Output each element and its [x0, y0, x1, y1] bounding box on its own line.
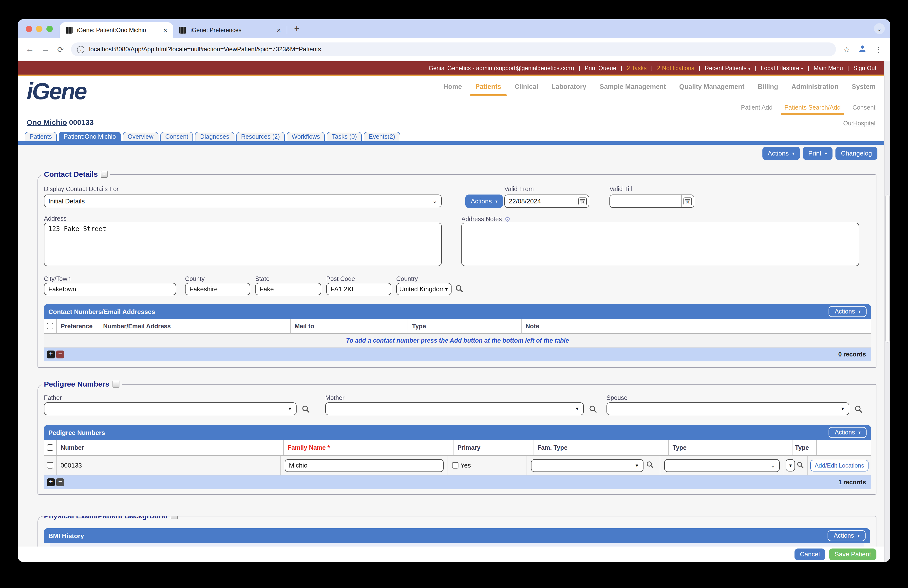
subnav-patient-add[interactable]: Patient Add [741, 104, 773, 111]
bmi-actions-button[interactable]: Actions▾ [828, 530, 866, 541]
site-info-icon[interactable]: i [77, 46, 85, 53]
address-textarea[interactable]: 123 Fake Street [44, 223, 442, 266]
nav-clinical[interactable]: Clinical [514, 83, 538, 90]
select-all-checkbox[interactable] [47, 444, 53, 451]
calendar-button[interactable]: 31 [576, 195, 589, 207]
post-code-input[interactable] [326, 283, 391, 295]
valid-till-input[interactable]: 31 [609, 195, 694, 208]
actions-button[interactable]: Actions▾ [762, 147, 800, 160]
type-select[interactable]: ⌄ [665, 459, 780, 472]
cancel-button[interactable]: Cancel [794, 548, 825, 560]
state-label: State [255, 275, 269, 282]
country-select[interactable]: United Kingdom▼ [396, 283, 452, 295]
fam-type-search-icon[interactable] [646, 461, 654, 470]
changelog-button[interactable]: Changelog [836, 147, 877, 160]
nav-home[interactable]: Home [443, 83, 462, 90]
type2-select[interactable]: ▼ [786, 459, 795, 472]
tab-overview[interactable]: Overview [123, 132, 158, 141]
collapse-section-button[interactable]: − [101, 171, 108, 177]
collapse-section-button[interactable]: − [112, 380, 119, 387]
remove-row-button[interactable]: − [56, 351, 64, 358]
reload-icon[interactable]: ⟳ [57, 45, 64, 54]
tab-patients[interactable]: Patients [25, 132, 57, 141]
address-bar[interactable]: i localhost:8080/App/App.html?locale=nul… [71, 42, 836, 56]
notifications-link[interactable]: 2 Notifications [657, 64, 694, 71]
contact-table-actions-button[interactable]: Actions▾ [829, 306, 866, 317]
type2-search-icon[interactable] [797, 461, 804, 470]
tab-search-chevron-icon[interactable]: ⌄ [874, 23, 885, 34]
county-input[interactable] [185, 283, 250, 295]
close-tab-icon[interactable]: × [277, 26, 281, 34]
main-menu-link[interactable]: Main Menu [814, 64, 843, 71]
address-notes-textarea[interactable] [461, 223, 859, 266]
select-all-checkbox[interactable] [47, 323, 53, 329]
father-select[interactable]: ▼ [44, 403, 296, 415]
minimize-window-button[interactable] [36, 26, 42, 32]
father-search-icon[interactable] [301, 405, 310, 415]
mother-select[interactable]: ▼ [325, 403, 584, 415]
forward-icon[interactable]: → [42, 44, 50, 54]
bookmark-star-icon[interactable]: ☆ [843, 45, 850, 54]
city-town-input[interactable] [44, 283, 176, 295]
spouse-select[interactable]: ▼ [607, 403, 849, 415]
add-row-button[interactable]: + [47, 351, 55, 358]
back-icon[interactable]: ← [26, 44, 34, 54]
profile-icon[interactable] [858, 44, 867, 55]
nav-administration[interactable]: Administration [791, 83, 839, 90]
contact-actions-button[interactable]: Actions▾ [465, 195, 503, 208]
patient-name-link[interactable]: Ono Michio [27, 118, 67, 126]
row-checkbox[interactable] [47, 462, 53, 469]
tab-tasks[interactable]: Tasks (0) [327, 132, 362, 141]
new-tab-button[interactable]: + [294, 24, 299, 34]
sign-out-link[interactable]: Sign Out [853, 64, 876, 71]
browser-tab-patient[interactable]: iGene: Patient:Ono Michio × [60, 22, 173, 38]
add-row-button[interactable]: + [47, 478, 55, 486]
recent-patients-menu[interactable]: Recent Patients ▾ [705, 64, 750, 71]
local-filestore-menu[interactable]: Local Filestore ▾ [761, 64, 803, 71]
save-patient-button[interactable]: Save Patient [829, 548, 876, 560]
spouse-search-icon[interactable] [854, 405, 863, 415]
tab-resources[interactable]: Resources (2) [236, 132, 285, 141]
print-button[interactable]: Print▾ [803, 147, 833, 160]
state-input[interactable] [255, 283, 321, 295]
nav-system[interactable]: System [852, 83, 876, 90]
browser-menu-icon[interactable]: ⋮ [874, 45, 882, 54]
print-queue-link[interactable]: Print Queue [585, 64, 617, 71]
scrollbar-thumb[interactable] [885, 195, 890, 343]
add-edit-locations-button[interactable]: Add/Edit Locations [810, 459, 869, 471]
nav-patients[interactable]: Patients [475, 83, 501, 90]
country-search-icon[interactable] [455, 284, 464, 295]
nav-billing[interactable]: Billing [758, 83, 778, 90]
ou-hospital-link[interactable]: Hospital [853, 120, 876, 127]
mother-search-icon[interactable] [589, 405, 597, 415]
nav-sample-management[interactable]: Sample Management [600, 83, 666, 90]
pedigree-table-actions-button[interactable]: Actions▾ [829, 427, 866, 438]
tab-diagnoses[interactable]: Diagnoses [195, 132, 234, 141]
father-label: Father [44, 395, 62, 401]
primary-checkbox[interactable] [452, 462, 459, 469]
tab-workflows[interactable]: Workflows [287, 132, 325, 141]
gear-icon[interactable]: ⚙ [504, 215, 510, 223]
empty-table-message: To add a contact number press the Add bu… [44, 334, 871, 348]
subnav-consent[interactable]: Consent [852, 104, 876, 111]
zoom-window-button[interactable] [47, 26, 53, 32]
fam-type-select[interactable]: ▼ [531, 459, 644, 472]
tasks-link[interactable]: 2 Tasks [627, 64, 647, 71]
locations-cell: Add/Edit Locations [808, 456, 871, 475]
tab-consent[interactable]: Consent [160, 132, 193, 141]
collapse-section-button[interactable]: − [171, 516, 178, 519]
family-name-input[interactable] [285, 459, 443, 472]
tab-events[interactable]: Events(2) [364, 132, 400, 141]
remove-row-button[interactable]: − [56, 478, 64, 486]
nav-quality-management[interactable]: Quality Management [679, 83, 744, 90]
scrollbar-track[interactable] [884, 61, 890, 562]
close-window-button[interactable] [26, 26, 32, 32]
subnav-patients-search-add[interactable]: Patients Search/Add [784, 104, 840, 111]
display-contact-details-select[interactable]: Initial Details⌄ [44, 195, 442, 207]
tab-patient-ono-michio[interactable]: Patient:Ono Michio [59, 132, 121, 141]
browser-tab-preferences[interactable]: iGene: Preferences × [173, 22, 287, 38]
calendar-button[interactable]: 31 [681, 195, 694, 207]
close-tab-icon[interactable]: × [163, 26, 167, 34]
valid-from-input[interactable]: 22/08/2024 31 [504, 195, 589, 208]
nav-laboratory[interactable]: Laboratory [551, 83, 586, 90]
